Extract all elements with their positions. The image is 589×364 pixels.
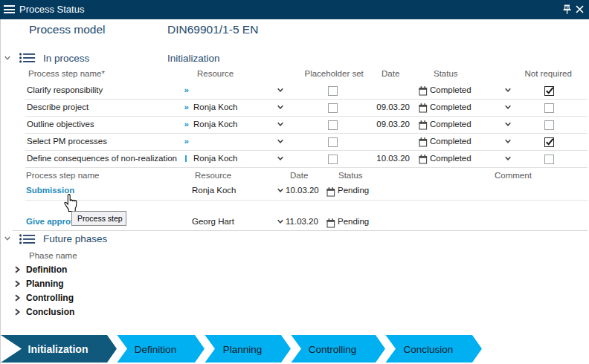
svg-text:Controlling: Controlling	[309, 344, 357, 355]
svg-text:Planning: Planning	[223, 344, 263, 355]
svg-text:Initialization: Initialization	[28, 343, 88, 355]
svg-text:Conclusion: Conclusion	[404, 344, 454, 355]
svg-text:Definition: Definition	[135, 344, 176, 355]
